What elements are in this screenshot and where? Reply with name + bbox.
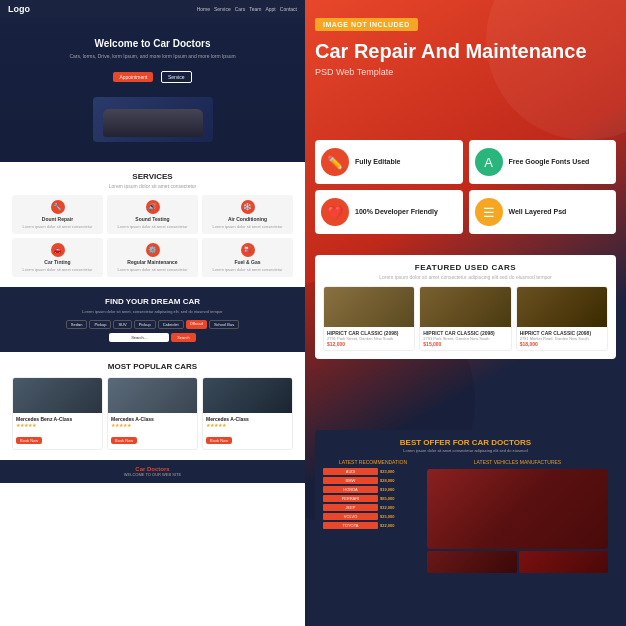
offer-layout: LATEST RECOMMENDATION AUDI $23,000 BMW $… <box>323 459 608 573</box>
offer-row-3: HONDA $19,000 <box>323 486 423 493</box>
offer-row-2: BMW $28,000 <box>323 477 423 484</box>
offer-left-label: LATEST RECOMMENDATION <box>323 459 423 465</box>
offer-small-car-2 <box>519 551 609 573</box>
featured-car-img-3 <box>517 287 607 327</box>
service-card-5: ⚙️ Regular Maintenance Lorem ipsum dolor… <box>107 238 198 277</box>
car-rating-2: ★★★★★ <box>111 422 194 428</box>
services-grid: 🔧 Dount Repair Lorem ipsum dolor sit ame… <box>12 195 293 277</box>
car-book-btn-3[interactable]: Book Now <box>206 437 232 444</box>
find-car-title: FIND YOUR DREAM CAR <box>12 297 293 306</box>
filter-offroad-active[interactable]: Offroad <box>186 320 207 329</box>
nav-home[interactable]: Home <box>197 6 210 12</box>
feature-card-editable: ✏️ Fully Editable <box>315 140 463 184</box>
offer-car-big-image <box>427 469 608 549</box>
nav-cars[interactable]: Cars <box>235 6 246 12</box>
car-info-2: Mercedes A-Class ★★★★★ Book Now <box>108 413 197 449</box>
service-icon-2: 🔊 <box>146 200 160 214</box>
nav-appt[interactable]: Appt <box>265 6 275 12</box>
filter-suv[interactable]: SUV <box>113 320 131 329</box>
offer-row-7: TOYOTA $22,000 <box>323 522 423 529</box>
offer-label-4: FERRARI <box>323 495 378 502</box>
site-footer: Car Doctors WELCOME TO OUR WEB SITE <box>0 460 305 483</box>
car-book-btn-1[interactable]: Book Now <box>16 437 42 444</box>
find-car-subtitle: Lorem ipsum dolor sit amet, consectetur … <box>12 309 293 314</box>
car-image-3 <box>203 378 292 413</box>
service-icon-4: 🚗 <box>51 243 65 257</box>
offer-row-5: JEEP $32,000 <box>323 504 423 511</box>
offer-price-5: $32,000 <box>380 505 394 510</box>
featured-car-info-1: HIPRICT CAR CLASSIC (2098) 2791 Park Str… <box>324 327 414 350</box>
feature-label-fonts: Free Google Fonts Used <box>509 157 590 166</box>
car-card-1: Mercedes Benz A-Class ★★★★★ Book Now <box>12 377 103 450</box>
service-card-1: 🔧 Dount Repair Lorem ipsum dolor sit ame… <box>12 195 103 234</box>
featured-used-cars-title: FEATURED USED CARS <box>323 263 608 272</box>
product-info-block: Car Repair And Maintenance PSD Web Templ… <box>315 40 616 77</box>
services-subtitle: Lorem ipsum dolor sit amet consectetur <box>12 183 293 189</box>
find-car-section: FIND YOUR DREAM CAR Lorem ipsum dolor si… <box>0 287 305 352</box>
car-card-2: Mercedes A-Class ★★★★★ Book Now <box>107 377 198 450</box>
filter-schoolbus[interactable]: School Bus <box>209 320 239 329</box>
services-title: SERVICES <box>12 172 293 181</box>
car-book-btn-2[interactable]: Book Now <box>111 437 137 444</box>
feature-icon-developer: ❤️ <box>321 198 349 226</box>
feature-label-layered: Well Layered Psd <box>509 207 567 216</box>
services-section: SERVICES Lorem ipsum dolor sit amet cons… <box>0 162 305 287</box>
find-search-input[interactable]: Search... <box>109 333 169 342</box>
service-card-6: ⛽ Fuel & Gas Lorem ipsum dolor sit amet … <box>202 238 293 277</box>
feature-label-developer: 100% Developer Friendly <box>355 207 438 216</box>
find-car-search-row: Search... Search <box>12 333 293 342</box>
featured-car-info-3: HIPRICT CAR CLASSIC (2098) 2791 Market R… <box>517 327 607 350</box>
offer-price-7: $22,000 <box>380 523 394 528</box>
nav-service[interactable]: Service <box>214 6 231 12</box>
service-card-2: 🔊 Sound Testing Lorem ipsum dolor sit am… <box>107 195 198 234</box>
service-card-3: ❄️ Air Conditioning Lorem ipsum dolor si… <box>202 195 293 234</box>
fcar-price-1: $12,000 <box>327 341 411 347</box>
car-rating-1: ★★★★★ <box>16 422 99 428</box>
service-desc-3: Lorem ipsum dolor sit amet consectetur <box>205 224 290 229</box>
service-name-1: Dount Repair <box>15 216 100 222</box>
feature-label-editable: Fully Editable <box>355 157 401 166</box>
featured-used-cars-section: FEATURED USED CARS Lorem ipsum dolor sit… <box>315 255 616 359</box>
service-name-5: Regular Maintenance <box>110 259 195 265</box>
service-desc-2: Lorem ipsum dolor sit amet consectetur <box>110 224 195 229</box>
car-image-2 <box>108 378 197 413</box>
service-desc-1: Lorem ipsum dolor sit amet consectetur <box>15 224 100 229</box>
hero-service-btn[interactable]: Service <box>161 71 192 83</box>
find-car-filters: Sedan Pickup SUV Pickup Cabriolet Offroa… <box>12 320 293 329</box>
service-name-3: Air Conditioning <box>205 216 290 222</box>
offer-label-6: VOLVO <box>323 513 378 520</box>
service-icon-5: ⚙️ <box>146 243 160 257</box>
filter-cabriolet[interactable]: Cabriolet <box>158 320 184 329</box>
offer-label-7: TOYOTA <box>323 522 378 529</box>
offer-price-6: $25,000 <box>380 514 394 519</box>
filter-pickup2[interactable]: Pickup <box>134 320 156 329</box>
website-preview-panel: Logo Home Service Cars Team Appt Contact… <box>0 0 305 626</box>
service-icon-6: ⛽ <box>241 243 255 257</box>
featured-cars-row: HIPRICT CAR CLASSIC (2098) 2791 Park Str… <box>323 286 608 351</box>
filter-pickup[interactable]: Pickup <box>89 320 111 329</box>
feature-icon-layered: ☰ <box>475 198 503 226</box>
product-title: Car Repair And Maintenance <box>315 40 616 63</box>
feature-card-developer: ❤️ 100% Developer Friendly <box>315 190 463 234</box>
service-card-4: 🚗 Car Tinting Lorem ipsum dolor sit amet… <box>12 238 103 277</box>
footer-text: WELCOME TO OUR WEB SITE <box>6 472 299 477</box>
featured-car-1: HIPRICT CAR CLASSIC (2098) 2791 Park Str… <box>323 286 415 351</box>
offer-right-label: LATEST VEHICLES MANUFACTURES <box>427 459 608 465</box>
hero-appointment-btn[interactable]: Appointment <box>113 72 153 82</box>
popular-cars-title: MOST POPULAR CARS <box>12 362 293 371</box>
find-search-button[interactable]: Search <box>171 333 196 342</box>
offer-label-5: JEEP <box>323 504 378 511</box>
featured-used-cars-subtitle: Lorem ipsum dolor sit amet consectetur a… <box>323 274 608 280</box>
offer-label-1: AUDI <box>323 468 378 475</box>
main-container: Logo Home Service Cars Team Appt Contact… <box>0 0 626 626</box>
filter-sedan[interactable]: Sedan <box>66 320 88 329</box>
nav-team[interactable]: Team <box>249 6 261 12</box>
car-card-3: Mercedes A-Class ★★★★★ Book Now <box>202 377 293 450</box>
image-not-included-badge: IMAGE NOT INCLUDED <box>315 18 418 31</box>
service-desc-4: Lorem ipsum dolor sit amet consectetur <box>15 267 100 272</box>
hero-subtitle: Cars, lorms, Drive, lorm Ipsum, and more… <box>12 53 293 59</box>
car-image-1 <box>13 378 102 413</box>
hero-title: Welcome to Car Doctors <box>12 38 293 49</box>
nav-contact[interactable]: Contact <box>280 6 297 12</box>
car-rating-3: ★★★★★ <box>206 422 289 428</box>
